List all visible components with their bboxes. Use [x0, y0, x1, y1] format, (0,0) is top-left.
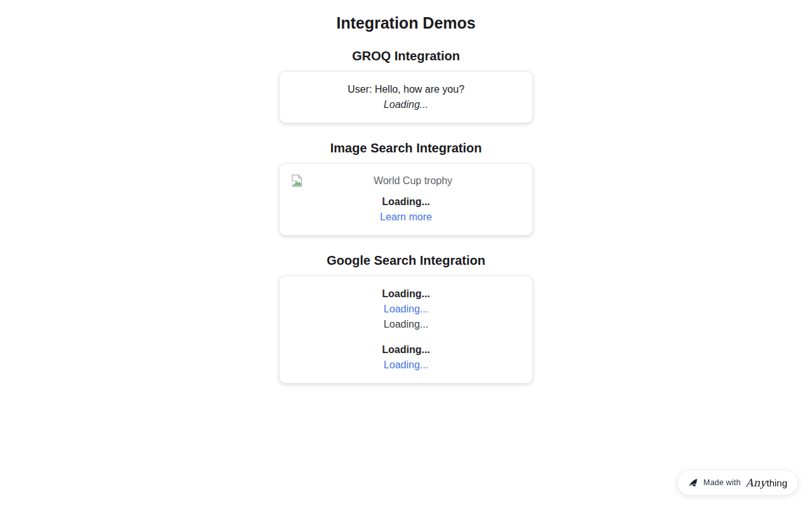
result-title: Loading... [290, 286, 522, 302]
google-search-card: Loading... Loading... Loading... Loading… [279, 276, 533, 384]
image-search-card: World Cup trophy Loading... Learn more [279, 163, 533, 236]
image-alt-text: World Cup trophy [304, 173, 522, 189]
search-result: Loading... Loading... Loading... [290, 286, 522, 332]
search-result: Loading... Loading... [290, 342, 522, 373]
made-with-label: Made with [704, 478, 741, 487]
groq-section-heading: GROQ Integration [279, 49, 533, 64]
image-search-section-heading: Image Search Integration [279, 141, 533, 156]
image-loading-status: Loading... [290, 194, 522, 210]
page-title: Integration Demos [279, 15, 533, 31]
google-search-section-heading: Google Search Integration [279, 253, 533, 268]
main-content: Integration Demos GROQ Integration User:… [279, 0, 533, 384]
result-image: World Cup trophy [290, 174, 522, 187]
anything-brand-text: Anything [746, 477, 787, 489]
anything-logo-icon [688, 478, 698, 488]
result-title: Loading... [290, 342, 522, 358]
result-link[interactable]: Loading... [384, 304, 428, 314]
groq-loading-status: Loading... [290, 97, 522, 112]
broken-image-icon [290, 174, 304, 187]
learn-more-link[interactable]: Learn more [380, 211, 432, 222]
result-snippet: Loading... [290, 317, 522, 332]
groq-chat-card: User: Hello, how are you? Loading... [279, 71, 533, 123]
made-with-anything-badge[interactable]: Made with Anything [677, 470, 798, 495]
result-link[interactable]: Loading... [384, 359, 428, 370]
user-message: User: Hello, how are you? [290, 82, 522, 97]
brand-any: Any [746, 477, 766, 489]
brand-thing: thing [766, 478, 787, 488]
